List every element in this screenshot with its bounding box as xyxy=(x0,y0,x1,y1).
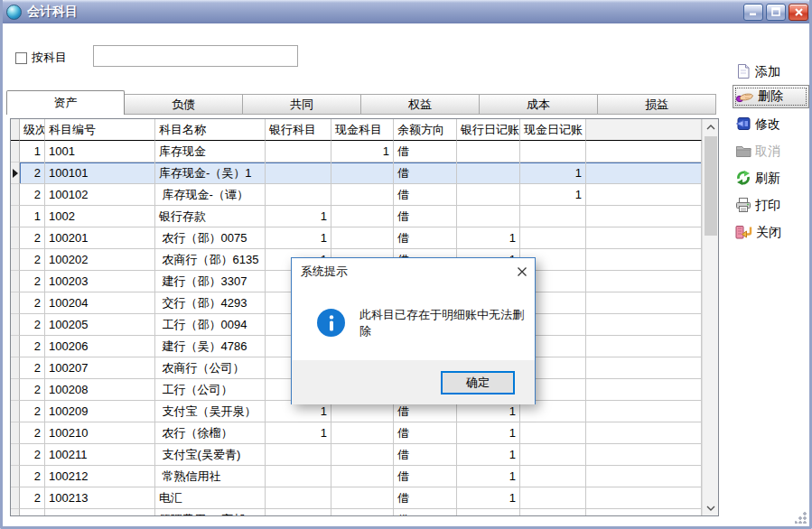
table-row[interactable]: 2 100212 常熟信用社 借 1 xyxy=(11,466,718,487)
cell-code: 100204 xyxy=(45,292,155,314)
close-icon xyxy=(794,7,804,17)
cell-name: 农商行（公司） xyxy=(155,357,266,379)
column-header-银行科目: 银行科目 xyxy=(266,119,331,141)
action-删除[interactable]: 删除 xyxy=(733,85,809,108)
table-row[interactable]: 2 100102 库存现金-（谭） 借 1 xyxy=(11,184,718,206)
row-selector-cell[interactable] xyxy=(11,249,20,271)
tab-权益[interactable]: 权益 xyxy=(361,94,480,115)
action-关闭[interactable]: 关闭 xyxy=(733,221,809,245)
cell-level: 2 xyxy=(20,422,45,444)
row-selector-cell[interactable] xyxy=(11,357,20,379)
cell-bank-journal xyxy=(457,509,520,516)
subject-filter-input[interactable] xyxy=(93,45,298,67)
resize-grip[interactable] xyxy=(795,512,807,524)
cell-level: 2 xyxy=(20,271,45,292)
cell-cash-journal xyxy=(520,141,586,162)
tab-成本[interactable]: 成本 xyxy=(480,94,598,115)
cell-code: 100207 xyxy=(45,357,155,379)
row-selector-cell[interactable] xyxy=(11,314,20,336)
cell-code: 1001 xyxy=(45,141,155,162)
grid-header-row: 级次 科目编号 科目名称 银行科目 现金科目 余额方向 银行日记账 现金日记账 xyxy=(11,119,718,141)
cell-cash-subject xyxy=(331,444,394,466)
cell-code: 100201 xyxy=(45,227,155,249)
scroll-up-arrow[interactable] xyxy=(703,119,719,135)
row-selector-cell[interactable] xyxy=(11,422,20,444)
action-修改[interactable]: 修改 xyxy=(733,113,809,136)
column-header-现金日记账: 现金日记账 xyxy=(520,119,586,141)
cell-filler xyxy=(586,379,702,401)
cell-cash-subject xyxy=(331,487,394,509)
cell-bank-subject xyxy=(266,184,331,206)
cell-cash-subject xyxy=(331,184,394,206)
cell-level: 1 xyxy=(20,509,45,516)
cell-balance-direction: 借 xyxy=(394,422,457,444)
cell-code: 100102 xyxy=(45,184,155,206)
cell-name: 库存现金-（吴）1 xyxy=(155,162,266,184)
row-selector-cell[interactable] xyxy=(11,141,20,162)
row-selector-cell[interactable] xyxy=(11,401,20,422)
close-button[interactable] xyxy=(789,4,808,21)
minimize-button[interactable] xyxy=(743,4,763,21)
row-selector-cell[interactable] xyxy=(11,444,20,466)
row-selector-cell[interactable] xyxy=(11,206,20,227)
filter-checkbox-label: 按科目 xyxy=(32,50,67,66)
vertical-scrollbar[interactable] xyxy=(702,119,718,515)
cell-bank-journal xyxy=(457,162,520,184)
maximize-button[interactable] xyxy=(766,4,786,21)
app-window: 会计科目 按科目 资产负债共同权益成本损益 级次 科目编号 科目名称 银行科目 … xyxy=(0,0,812,529)
table-row[interactable]: 1 1003 管理费用-（高邮） 借 xyxy=(11,509,718,516)
row-selector-cell[interactable] xyxy=(11,466,20,487)
row-selector-cell[interactable] xyxy=(11,227,20,249)
table-row[interactable]: 2 100211 支付宝(吴爱青) 借 1 xyxy=(11,444,718,466)
tab-共同[interactable]: 共同 xyxy=(243,94,361,115)
row-selector-cell[interactable] xyxy=(11,119,20,141)
cell-bank-journal xyxy=(457,206,520,227)
filter-checkbox[interactable] xyxy=(15,52,27,64)
system-message-dialog: 系统提示 此科目已存在于明细账中无法删除 确定 xyxy=(291,257,536,404)
cell-bank-journal xyxy=(457,141,520,162)
row-selector-cell[interactable] xyxy=(11,509,20,516)
cell-name: 电汇 xyxy=(155,487,266,509)
row-selector-cell[interactable] xyxy=(11,292,20,314)
tab-负债[interactable]: 负债 xyxy=(125,94,243,115)
action-打印[interactable]: 打印 xyxy=(733,194,809,218)
cell-bank-subject xyxy=(266,466,331,487)
row-selector-cell[interactable] xyxy=(11,184,20,206)
scroll-down-arrow[interactable] xyxy=(703,500,719,515)
cell-name: 银行存款 xyxy=(155,206,266,227)
action-添加[interactable]: 添加 xyxy=(733,60,809,84)
cell-cash-journal xyxy=(520,444,586,466)
row-selector-cell[interactable] xyxy=(11,487,20,509)
row-selector-cell[interactable] xyxy=(11,162,20,184)
table-row[interactable]: 1 1001 库存现金 1 借 xyxy=(11,141,718,162)
dialog-close-icon[interactable] xyxy=(517,266,527,277)
cell-level: 2 xyxy=(20,162,45,184)
cell-bank-subject xyxy=(266,509,331,516)
column-header-科目编号: 科目编号 xyxy=(45,119,155,141)
table-row[interactable]: 2 100201 农行（邵）0075 1 借 1 xyxy=(11,227,718,249)
row-selector-cell[interactable] xyxy=(11,271,20,292)
info-icon xyxy=(317,309,345,337)
table-row[interactable]: 2 100213 电汇 借 1 xyxy=(11,487,718,509)
tab-损益[interactable]: 损益 xyxy=(598,94,716,115)
cell-level: 2 xyxy=(20,379,45,401)
cell-bank-subject xyxy=(266,141,331,162)
cell-bank-subject xyxy=(266,444,331,466)
tab-资产[interactable]: 资产 xyxy=(6,90,125,115)
cell-name: 支付宝（吴开泉） xyxy=(155,401,266,422)
cell-balance-direction: 借 xyxy=(394,141,457,162)
category-tab-strip: 资产负债共同权益成本损益 xyxy=(6,90,716,115)
column-header-余额方向: 余额方向 xyxy=(394,119,457,141)
filter-by-subject[interactable]: 按科目 xyxy=(15,50,67,66)
scrollbar-thumb[interactable] xyxy=(705,136,717,236)
column-header-filler xyxy=(586,119,702,141)
action-刷新[interactable]: 刷新 xyxy=(733,167,809,190)
ok-button[interactable]: 确定 xyxy=(441,371,515,394)
table-row[interactable]: 2 100210 农行（徐榴） 1 借 1 xyxy=(11,422,718,444)
row-selector-cell[interactable] xyxy=(11,336,20,357)
table-row[interactable]: 1 1002 银行存款 1 借 xyxy=(11,206,718,227)
row-selector-cell[interactable] xyxy=(11,379,20,401)
cell-bank-journal: 1 xyxy=(457,487,520,509)
cell-bank-subject: 1 xyxy=(266,422,331,444)
table-row[interactable]: 2 100101 库存现金-（吴）1 借 1 xyxy=(11,162,718,184)
